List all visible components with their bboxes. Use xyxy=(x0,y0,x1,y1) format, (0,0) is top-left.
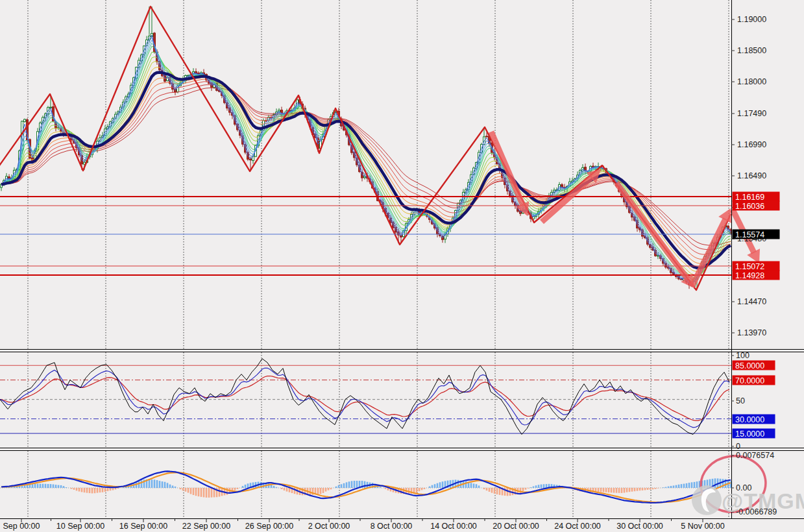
axis-tick-label: 1.18500 xyxy=(737,46,766,55)
macd-histogram-bar-positive xyxy=(40,484,42,488)
macd-histogram-bar-positive xyxy=(273,486,275,488)
macd-histogram-bar-negative xyxy=(76,488,78,490)
macd-histogram-bar-negative xyxy=(634,488,636,491)
mt4-chart-window: 1.190001.185001.180001.174901.169901.164… xyxy=(0,0,804,532)
macd-histogram-bar-positive xyxy=(478,485,480,488)
macd-histogram-bar-positive xyxy=(530,487,532,488)
macd-histogram-bar-positive xyxy=(175,487,177,488)
macd-histogram-bar-positive xyxy=(439,482,441,488)
macd-histogram-bar-positive xyxy=(437,483,439,488)
macd-histogram-bar-negative xyxy=(325,488,327,492)
macd-histogram-bar-negative xyxy=(112,488,114,490)
macd-histogram-bar-negative xyxy=(644,488,646,490)
macd-histogram-bar-positive xyxy=(149,479,151,488)
macd-histogram-bar-positive xyxy=(58,485,60,488)
macd-histogram-bar-positive xyxy=(676,485,677,488)
time-axis-label: 30 Oct 00:00 xyxy=(616,522,663,531)
macd-histogram-bar-positive xyxy=(686,483,688,488)
macd-histogram-bar-negative xyxy=(94,488,96,493)
macd-histogram-bar-negative xyxy=(621,488,623,493)
macd-histogram-bar-negative xyxy=(102,488,104,492)
candle-bullish xyxy=(50,107,52,108)
oscillator-level-label: 70.0000 xyxy=(735,376,764,385)
macd-histogram-bar-negative xyxy=(421,488,423,490)
macd-histogram-bar-negative xyxy=(110,488,112,490)
macd-histogram-bar-negative xyxy=(323,488,324,493)
macd-histogram-bar-positive xyxy=(442,481,444,488)
watermark-text: @TMGM xyxy=(722,489,804,513)
macd-histogram-bar-positive xyxy=(63,486,65,488)
macd-histogram-bar-positive xyxy=(681,484,683,488)
macd-histogram-bar-negative xyxy=(494,488,496,494)
macd-histogram-bar-negative xyxy=(624,488,626,493)
macd-histogram-bar-negative xyxy=(655,488,657,489)
chart-svg: 1.190001.185001.180001.174901.169901.164… xyxy=(0,0,804,532)
macd-histogram-bar-negative xyxy=(618,488,620,493)
time-axis-label: 20 Oct 00:00 xyxy=(493,522,539,531)
candle-bearish xyxy=(486,136,488,137)
axis-tick-label: 1.13970 xyxy=(737,328,766,337)
macd-histogram-bar-negative xyxy=(491,488,493,493)
macd-histogram-bar-positive xyxy=(338,485,340,488)
macd-histogram-bar-positive xyxy=(538,485,540,488)
time-axis-label: 5 Nov 00:00 xyxy=(681,522,724,531)
macd-histogram-bar-positive xyxy=(694,482,696,488)
macd-histogram-bar-positive xyxy=(141,480,143,488)
watermark: @TMGM xyxy=(692,485,804,515)
price-level-label: 1.16036 xyxy=(735,202,764,211)
macd-histogram-bar-positive xyxy=(37,484,39,488)
macd-histogram-bar-negative xyxy=(652,488,654,489)
macd-histogram-bar-negative xyxy=(203,488,205,497)
macd-histogram-bar-positive xyxy=(343,483,345,488)
macd-histogram-bar-positive xyxy=(154,479,156,488)
macd-histogram-bar-negative xyxy=(629,488,631,492)
macd-histogram-bar-positive xyxy=(541,485,542,488)
price-level-label: 1.16169 xyxy=(735,193,764,202)
macd-histogram-bar-negative xyxy=(190,488,192,494)
macd-histogram-bar-positive xyxy=(242,486,244,488)
macd-histogram-bar-negative xyxy=(626,488,628,492)
macd-histogram-bar-positive xyxy=(473,483,475,488)
macd-histogram-bar-negative xyxy=(115,488,117,489)
macd-histogram-bar-positive xyxy=(346,482,348,488)
macd-histogram-bar-negative xyxy=(201,488,202,497)
macd-histogram-bar-positive xyxy=(156,480,158,488)
macd-histogram-bar-negative xyxy=(206,488,208,498)
macd-histogram-bar-negative xyxy=(483,488,485,489)
macd-histogram-bar-negative xyxy=(91,488,93,493)
time-axis-label: Sep 00:00 xyxy=(3,522,40,531)
macd-histogram-bar-positive xyxy=(138,481,140,488)
macd-histogram-bar-positive xyxy=(32,484,34,488)
macd-histogram-bar-positive xyxy=(47,484,49,488)
macd-histogram-bar-negative xyxy=(419,488,420,491)
macd-histogram-bar-positive xyxy=(172,485,174,488)
macd-histogram-bar-negative xyxy=(657,488,659,489)
macd-histogram-bar-positive xyxy=(245,485,247,488)
macd-histogram-bar-negative xyxy=(320,488,322,494)
time-axis-label: 24 Oct 00:00 xyxy=(554,522,601,531)
macd-histogram-bar-negative xyxy=(650,488,652,490)
macd-histogram-bar-positive xyxy=(429,487,431,488)
axis-tick-label: 1.17490 xyxy=(737,109,766,118)
macd-histogram-bar-positive xyxy=(276,487,278,488)
macd-histogram-bar-negative xyxy=(600,488,602,492)
macd-histogram-bar-negative xyxy=(211,488,213,498)
macd-histogram-bar-positive xyxy=(688,483,690,488)
macd-histogram-bar-positive xyxy=(673,485,675,488)
axis-tick-label: 1.16990 xyxy=(737,140,766,149)
macd-histogram-bar-positive xyxy=(470,483,472,488)
oscillator-tick-label: 50 xyxy=(736,396,745,405)
macd-histogram-bar-positive xyxy=(696,481,698,488)
macd-histogram-bar-positive xyxy=(668,487,670,488)
axis-tick-label: 1.16490 xyxy=(737,171,766,180)
macd-histogram-bar-negative xyxy=(385,488,387,489)
macd-histogram-bar-positive xyxy=(670,486,672,488)
macd-histogram-bar-negative xyxy=(416,488,418,492)
macd-histogram-bar-negative xyxy=(195,488,197,496)
macd-histogram-bar-positive xyxy=(364,481,366,488)
macd-histogram-bar-negative xyxy=(104,488,106,492)
oscillator-tick-label: 0 xyxy=(736,442,740,451)
candle-bullish xyxy=(364,176,366,178)
macd-histogram-bar-negative xyxy=(499,488,501,495)
price-level-label: 1.15072 xyxy=(735,262,764,271)
